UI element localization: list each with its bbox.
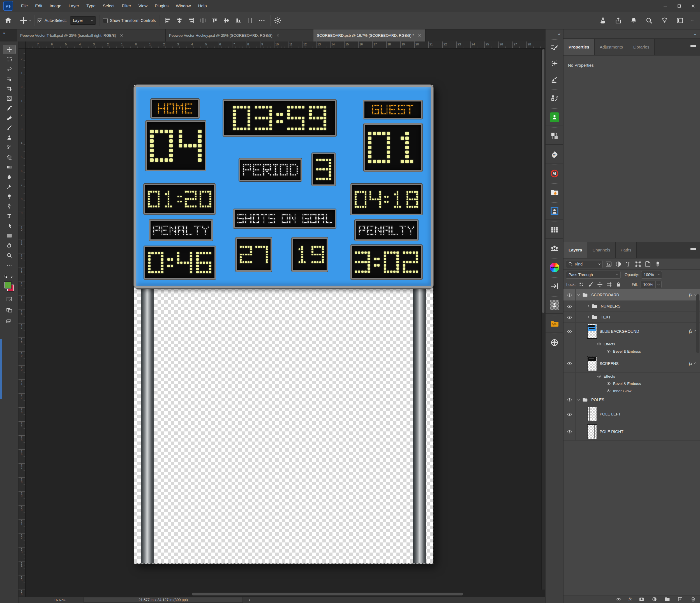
layer-row-scoreboard[interactable]: SCOREBOARDfx bbox=[564, 289, 700, 301]
distribute-v-icon[interactable] bbox=[246, 17, 254, 24]
drag-grip[interactable] bbox=[550, 334, 559, 334]
srgb-profile-icon[interactable]: sRGB bbox=[546, 259, 563, 275]
chevron-down-icon[interactable] bbox=[29, 19, 31, 21]
people-group-plugin-icon[interactable] bbox=[546, 241, 563, 256]
blend-mode-dropdown[interactable]: Pass Through bbox=[566, 271, 621, 279]
fx-chevron-icon[interactable] bbox=[694, 330, 696, 332]
new-layer-button[interactable] bbox=[677, 596, 683, 602]
visibility-eye-icon[interactable] bbox=[567, 304, 572, 309]
layer-row-effects[interactable]: Effects bbox=[564, 340, 700, 348]
layer-filter-dropdown[interactable]: Kind bbox=[566, 260, 603, 268]
layers-tab-paths[interactable]: Paths bbox=[616, 242, 636, 258]
drag-grip[interactable] bbox=[550, 296, 559, 297]
drag-grip[interactable] bbox=[550, 258, 559, 259]
layer-row-inner-glow[interactable]: Inner Glow bbox=[564, 387, 700, 395]
menu-select[interactable]: Select bbox=[99, 0, 118, 12]
layers-tab-channels[interactable]: Channels bbox=[587, 242, 615, 258]
horizontal-scrollbar-thumb[interactable] bbox=[192, 593, 463, 596]
status-chevron-icon[interactable] bbox=[248, 599, 250, 601]
add-mask-button[interactable] bbox=[639, 596, 645, 602]
eyedropper-tool[interactable] bbox=[2, 103, 16, 113]
effects-sparkle-panel-icon[interactable] bbox=[546, 56, 563, 72]
properties-tab-adjustments[interactable]: Adjustments bbox=[595, 39, 628, 55]
marquee-tool[interactable] bbox=[2, 54, 16, 64]
healing-brush-tool[interactable] bbox=[2, 113, 16, 123]
lock-move-icon[interactable] bbox=[597, 281, 603, 287]
menu-window[interactable]: Window bbox=[172, 0, 194, 12]
lock-brush-icon[interactable] bbox=[588, 281, 594, 287]
panel-menu-icon[interactable] bbox=[691, 248, 696, 252]
paint-tools-panel-icon[interactable] bbox=[546, 72, 563, 87]
fx-badge[interactable]: fx bbox=[689, 329, 692, 334]
menu-type[interactable]: Type bbox=[83, 0, 99, 12]
dock-expand-icon[interactable]: « bbox=[546, 29, 563, 38]
layers-tab-layers[interactable]: Layers bbox=[564, 242, 587, 258]
foreground-color-swatch[interactable] bbox=[4, 282, 11, 288]
minimize-button[interactable] bbox=[658, 0, 672, 12]
visibility-eye-icon[interactable] bbox=[567, 361, 572, 367]
align-top-icon[interactable] bbox=[211, 17, 218, 24]
layer-row-poles[interactable]: POLES bbox=[564, 395, 700, 405]
chevron-down-icon[interactable] bbox=[577, 398, 580, 400]
qs-folder-plugin-icon[interactable]: QS bbox=[546, 316, 563, 332]
zoom-tool[interactable] bbox=[2, 250, 16, 260]
vertical-scrollbar-thumb[interactable] bbox=[542, 49, 544, 313]
lightbulb-icon[interactable] bbox=[661, 17, 668, 24]
home-icon[interactable] bbox=[4, 16, 12, 25]
align-bottom-icon[interactable] bbox=[235, 17, 242, 24]
bell-icon[interactable] bbox=[630, 17, 638, 24]
show-transform-checkbox[interactable]: Show Transform Controls bbox=[103, 18, 156, 23]
visibility-eye-icon[interactable] bbox=[567, 315, 572, 320]
fx-badge[interactable]: fx bbox=[689, 361, 692, 366]
visibility-eye-icon[interactable] bbox=[567, 293, 572, 298]
ellipsis-icon[interactable] bbox=[258, 17, 266, 24]
menu-file[interactable]: File bbox=[17, 0, 31, 12]
export-plugin-icon[interactable] bbox=[546, 278, 563, 294]
tab-close-icon[interactable] bbox=[418, 33, 422, 37]
delete-layer-button[interactable] bbox=[690, 596, 696, 602]
document-tab-3[interactable]: SCOREBOARD.psb @ 16.7% (SCOREBOARD, RGB/… bbox=[314, 29, 426, 42]
photoshop-app-icon[interactable]: Ps bbox=[3, 1, 13, 11]
menu-view[interactable]: View bbox=[135, 0, 151, 12]
workspace-icon[interactable] bbox=[676, 17, 684, 24]
filter-toggle-icon[interactable] bbox=[654, 260, 661, 268]
fire-folder-plugin-icon[interactable] bbox=[546, 184, 563, 200]
default-colors-icon[interactable] bbox=[4, 274, 9, 279]
visibility-eye-icon[interactable] bbox=[567, 329, 572, 334]
transform-swap-panel-icon[interactable] bbox=[546, 128, 563, 144]
drag-grip[interactable] bbox=[550, 146, 559, 146]
tab-close-icon[interactable] bbox=[276, 33, 280, 37]
layer-row-pole-right[interactable]: POLE RIGHT bbox=[564, 423, 700, 441]
lasso-tool[interactable] bbox=[2, 64, 16, 74]
swap-colors-icon[interactable] bbox=[10, 275, 15, 279]
layer-row-pole-left[interactable]: POLE LEFT bbox=[564, 405, 700, 423]
new-group-button[interactable] bbox=[665, 596, 670, 602]
path-selection-tool[interactable] bbox=[2, 221, 16, 231]
align-middle-icon[interactable] bbox=[223, 17, 230, 24]
visibility-eye-icon[interactable] bbox=[606, 349, 611, 353]
panel-collapse-strip[interactable]: » bbox=[564, 29, 700, 39]
drag-grip[interactable] bbox=[550, 183, 559, 184]
properties-tab-properties[interactable]: Properties bbox=[564, 39, 595, 55]
fx-chevron-icon[interactable] bbox=[694, 362, 696, 365]
fill-field[interactable]: 100% bbox=[641, 281, 661, 288]
search-icon[interactable] bbox=[645, 17, 653, 24]
horizontal-ruler[interactable]: 7654321012345678910111213141516171819202… bbox=[25, 42, 545, 49]
auto-select-checkbox[interactable]: Auto-Select: bbox=[38, 18, 67, 23]
drag-grip[interactable] bbox=[550, 108, 559, 109]
fill-dropdown-chevron[interactable] bbox=[655, 281, 661, 288]
filter-kind-image-icon[interactable] bbox=[605, 260, 612, 268]
drag-grip[interactable] bbox=[550, 90, 559, 90]
filter-kind-shape-icon[interactable] bbox=[634, 260, 642, 268]
history-panel-icon[interactable] bbox=[546, 91, 563, 106]
dodge-tool[interactable] bbox=[2, 192, 16, 201]
drag-grip[interactable] bbox=[550, 315, 559, 316]
blur-tool[interactable] bbox=[2, 172, 16, 182]
document-tab-2[interactable]: Peewee Vector Hockey.psd @ 25% (SCOREBOA… bbox=[166, 29, 314, 42]
drag-grip[interactable] bbox=[550, 202, 559, 203]
rectangle-tool[interactable] bbox=[2, 231, 16, 241]
visibility-eye-icon[interactable] bbox=[606, 381, 611, 386]
layer-row-bevel-emboss[interactable]: Bevel & Emboss bbox=[564, 380, 700, 387]
move-tool-badge-icon[interactable] bbox=[19, 16, 28, 25]
layer-row-text[interactable]: TEXT bbox=[564, 312, 700, 323]
